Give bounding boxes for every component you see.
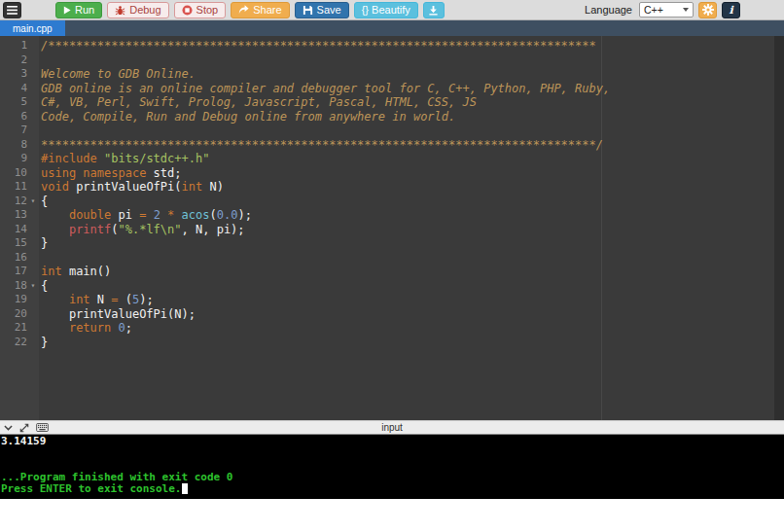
console-cursor [182, 483, 188, 494]
code-line[interactable]: 13 double pi = 2 * acos(0.0); [0, 208, 774, 223]
code-line[interactable]: 10using namespace std; [0, 166, 774, 181]
play-icon [63, 6, 71, 15]
code-text: int N = (5); [39, 293, 154, 307]
run-button[interactable]: Run [55, 2, 102, 18]
code-text: C#, VB, Perl, Swift, Prolog, Javascript,… [39, 95, 477, 110]
editor-scrollbar[interactable] [774, 36, 784, 420]
console-line: ...Program finished with exit code 0 [1, 472, 784, 483]
code-editor[interactable]: 1/**************************************… [0, 36, 784, 420]
code-text: } [39, 336, 48, 350]
share-button-label: Share [253, 5, 281, 16]
code-line[interactable]: 9#include "bits/stdc++.h" [0, 152, 774, 166]
gear-icon [702, 4, 714, 16]
download-icon [428, 5, 439, 16]
fold-spacer [27, 180, 39, 195]
fold-spacer [27, 110, 39, 124]
save-button[interactable]: Save [295, 2, 349, 18]
console-line [1, 447, 784, 459]
code-text: int main() [39, 265, 111, 279]
share-icon [238, 5, 249, 15]
code-line[interactable]: 2 [0, 53, 774, 68]
code-line[interactable]: 20 printValueOfPi(N); [0, 307, 774, 322]
download-button[interactable] [423, 2, 445, 18]
code-text: } [39, 236, 48, 251]
line-number: 4 [0, 82, 27, 96]
fold-spacer [27, 321, 39, 336]
code-line[interactable]: 6Code, Compile, Run and Debug online fro… [0, 110, 774, 124]
code-text: { [39, 195, 48, 209]
code-line[interactable]: 7 [0, 124, 774, 138]
code-line[interactable]: 14 printf("%.*lf\n", N, pi); [0, 223, 774, 237]
code-line[interactable]: 3Welcome to GDB Online. [0, 67, 774, 82]
fold-spacer [27, 166, 39, 181]
code-text: { [39, 279, 48, 294]
settings-button[interactable] [698, 2, 717, 18]
code-text [39, 124, 41, 138]
console-line: Press ENTER to exit console. [1, 483, 784, 495]
fold-spacer [27, 307, 39, 322]
code-line[interactable]: 1/**************************************… [0, 39, 774, 53]
fold-spacer [27, 293, 39, 307]
code-text: void printValueOfPi(int N) [39, 180, 224, 195]
code-line[interactable]: 8***************************************… [0, 138, 774, 153]
line-number: 17 [0, 265, 27, 279]
input-label[interactable]: input [0, 422, 784, 433]
fold-spacer [27, 152, 39, 166]
code-text: GDB online is an online compiler and deb… [39, 82, 610, 96]
line-number: 9 [0, 152, 27, 166]
gdb-online-ide: Run Debug Stop Share Save [0, 0, 784, 532]
info-icon: i [729, 5, 732, 16]
code-line[interactable]: 19 int N = (5); [0, 293, 774, 307]
share-button[interactable]: Share [231, 2, 289, 18]
code-line[interactable]: 16 [0, 251, 774, 266]
info-button[interactable]: i [722, 2, 740, 18]
console-line: 3.14159 [1, 436, 784, 447]
code-line[interactable]: 17int main() [0, 265, 774, 279]
keyboard-input-button[interactable] [36, 423, 49, 432]
code-line[interactable]: 18▾{ [0, 279, 774, 294]
console-line [1, 459, 784, 471]
code-text: double pi = 2 * acos(0.0); [39, 208, 252, 223]
fold-spacer [27, 336, 39, 350]
fold-spacer [27, 138, 39, 153]
tab-main-cpp[interactable]: main.cpp [0, 20, 65, 36]
bug-icon [115, 5, 125, 16]
fold-icon[interactable]: ▾ [27, 279, 39, 294]
code-line[interactable]: 5C#, VB, Perl, Swift, Prolog, Javascript… [0, 95, 774, 110]
fold-icon[interactable]: ▾ [27, 195, 39, 209]
code-text: #include "bits/stdc++.h" [39, 152, 209, 166]
fold-spacer [27, 223, 39, 237]
debug-button[interactable]: Debug [107, 2, 168, 18]
code-text: ****************************************… [39, 138, 603, 153]
line-number: 11 [0, 180, 27, 195]
code-text: Welcome to GDB Online. [39, 67, 196, 82]
code-line[interactable]: 21 return 0; [0, 321, 774, 336]
line-number: 15 [0, 236, 27, 251]
language-select[interactable]: C++ [639, 2, 694, 18]
line-number: 14 [0, 223, 27, 237]
resize-console-button[interactable] [19, 423, 29, 433]
save-icon [303, 5, 313, 16]
console-output[interactable]: 3.14159...Program finished with exit cod… [0, 435, 784, 499]
code-line[interactable]: 4GDB online is an online compiler and de… [0, 82, 774, 96]
beautify-button[interactable]: {} Beautify [354, 2, 418, 18]
code-text: using namespace std; [39, 166, 182, 181]
collapse-console-button[interactable] [4, 425, 13, 431]
line-number: 6 [0, 110, 27, 124]
save-button-label: Save [317, 5, 341, 16]
stop-button-label: Stop [196, 5, 219, 16]
line-number: 22 [0, 336, 27, 350]
line-number: 3 [0, 67, 27, 82]
code-line[interactable]: 22} [0, 336, 774, 350]
resize-icon [19, 423, 29, 433]
menu-button[interactable] [3, 2, 21, 18]
fold-spacer [27, 265, 39, 279]
toolbar: Run Debug Stop Share Save [0, 0, 784, 20]
fold-spacer [27, 251, 39, 266]
code-line[interactable]: 11void printValueOfPi(int N) [0, 180, 774, 195]
language-label: Language [585, 4, 632, 16]
code-line[interactable]: 12▾{ [0, 195, 774, 209]
code-line[interactable]: 15} [0, 236, 774, 251]
stop-button[interactable]: Stop [174, 2, 227, 18]
hamburger-icon [7, 6, 18, 15]
